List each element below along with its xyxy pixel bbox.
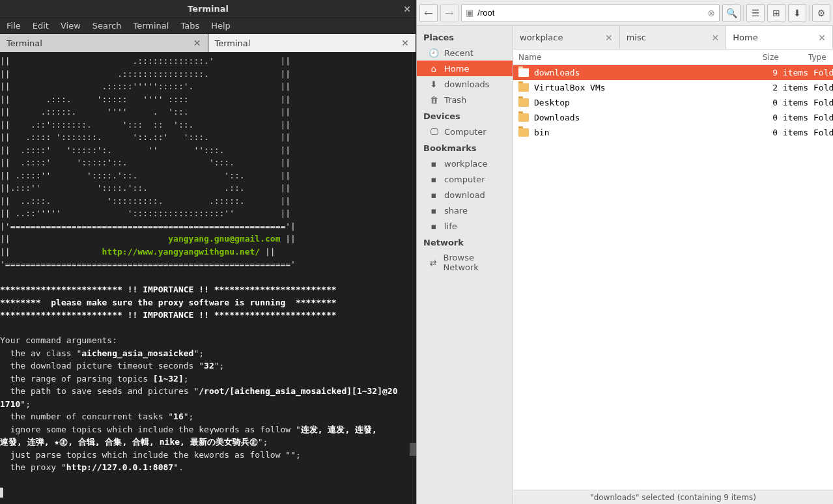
file-name: VirtualBox VMs: [534, 83, 768, 92]
home-icon: ⌂: [429, 63, 439, 74]
fm-tab-home[interactable]: Home ✕: [726, 26, 833, 49]
arg-bold: 1710: [0, 399, 20, 409]
fm-toolbar: 🡐 🡒 ▣ ⊗ 🔍 ☰ ⊞ ⬇ ⚙: [417, 0, 833, 26]
menu-search[interactable]: Search: [92, 21, 122, 31]
file-size: 0 items: [768, 128, 813, 137]
col-type[interactable]: Type: [808, 53, 833, 62]
browse-network-icon: ⇄: [429, 257, 438, 268]
close-icon[interactable]: ✕: [818, 33, 826, 43]
menu-file[interactable]: File: [7, 21, 21, 31]
file-row[interactable]: bin0 itemsFold: [513, 125, 833, 140]
file-type: Fold: [813, 98, 833, 107]
menu-view[interactable]: View: [61, 21, 81, 31]
forward-button[interactable]: 🡒: [440, 4, 459, 22]
file-row[interactable]: VirtualBox VMs2 itemsFold: [513, 80, 833, 95]
fm-sidebar: Places 🕘Recent⌂Home⬇downloads🗑Trash Devi…: [417, 26, 513, 504]
sidebar-item-home[interactable]: ⌂Home: [417, 61, 513, 76]
folder-icon: [518, 98, 529, 107]
folder-icon: [518, 83, 529, 92]
sidebar-item-workplace[interactable]: ▪workplace: [417, 156, 513, 171]
menu-help[interactable]: Help: [211, 21, 231, 31]
sidebar-item-label: Browse Network: [444, 253, 506, 272]
arg-bold: 连发, 連发, 连發,: [301, 425, 382, 434]
terminal-scrollbar[interactable]: [410, 443, 416, 456]
sidebar-item-label: Home: [444, 64, 469, 74]
sidebar-item-share[interactable]: ▪share: [417, 203, 513, 218]
file-type: Fold: [813, 128, 833, 137]
close-icon[interactable]: ✕: [712, 33, 720, 43]
location-input[interactable]: [477, 8, 703, 18]
fm-tab-misc[interactable]: misc ✕: [620, 26, 727, 49]
arg-text: ";: [193, 348, 204, 358]
close-icon[interactable]: ✕: [403, 4, 411, 14]
terminal-tab-label: Terminal: [7, 38, 42, 48]
sidebar-item-label: share: [444, 206, 468, 216]
terminal-content[interactable]: || .:::::::::::::.' || || .:::::::::::::…: [0, 52, 416, 504]
download-icon: ▪: [429, 189, 439, 200]
arg-text: the proxy ": [0, 462, 66, 472]
col-name[interactable]: Name: [513, 53, 763, 62]
file-row[interactable]: Downloads0 itemsFold: [513, 110, 833, 125]
file-name: downloads: [534, 68, 768, 77]
share-icon: ▪: [429, 205, 439, 216]
arg-text: ";: [214, 361, 225, 371]
arg-text: the path to save seeds and pictures ": [0, 386, 199, 396]
workplace-icon: ▪: [429, 158, 439, 169]
col-size[interactable]: Size: [763, 53, 808, 62]
close-icon[interactable]: ✕: [193, 38, 201, 48]
file-row[interactable]: downloads9 itemsFold: [513, 65, 833, 80]
file-type: Fold: [813, 113, 833, 122]
sidebar-item-browse-network[interactable]: ⇄Browse Network: [417, 250, 513, 275]
menu-tabs[interactable]: Tabs: [180, 21, 199, 31]
sidebar-item-label: computer: [444, 175, 485, 184]
file-row[interactable]: Desktop0 itemsFold: [513, 95, 833, 110]
recent-icon: 🕘: [429, 48, 439, 58]
fm-tab-label: workplace: [520, 33, 563, 42]
sidebar-item-computer[interactable]: 🖵Computer: [417, 124, 513, 139]
close-icon[interactable]: ✕: [401, 38, 409, 48]
sidebar-item-downloads[interactable]: ⬇downloads: [417, 76, 513, 92]
file-name: Downloads: [534, 113, 768, 122]
fm-list[interactable]: downloads9 itemsFoldVirtualBox VMs2 item…: [513, 65, 833, 490]
back-button[interactable]: 🡐: [419, 4, 438, 22]
sidebar-item-computer[interactable]: ▪computer: [417, 171, 513, 187]
menu-terminal[interactable]: Terminal: [133, 21, 169, 31]
sidebar-item-label: workplace: [444, 159, 487, 169]
fm-tab-workplace[interactable]: workplace ✕: [513, 26, 620, 49]
arg-text: just parse topics which include the kewo…: [0, 450, 301, 460]
menu-edit[interactable]: Edit: [33, 21, 49, 31]
devices-header: Devices: [417, 107, 513, 124]
settings-button[interactable]: ⚙: [812, 4, 830, 22]
fm-content: workplace ✕ misc ✕ Home ✕ Name Size Type…: [513, 26, 833, 504]
arg-bold: /root/[aicheng_asia_mosaicked][1~32]@20: [199, 386, 397, 396]
trash-icon: 🗑: [429, 94, 439, 105]
terminal-tab-1[interactable]: Terminal ✕: [208, 34, 417, 52]
location-bar[interactable]: ▣ ⊗: [461, 4, 720, 22]
sidebar-item-label: life: [444, 221, 457, 231]
sidebar-item-label: Recent: [444, 48, 473, 58]
arg-text: the range of parsing topics: [0, 374, 153, 384]
arg-bold: 16: [173, 412, 184, 421]
close-icon[interactable]: ✕: [605, 33, 613, 43]
list-view-button[interactable]: ☰: [746, 4, 765, 22]
sidebar-item-recent[interactable]: 🕘Recent: [417, 45, 513, 61]
downloads-icon: ⬇: [429, 79, 439, 89]
grid-view-button[interactable]: ⊞: [767, 4, 785, 22]
search-button[interactable]: 🔍: [722, 4, 741, 22]
importance-top: ************************ !! IMPORTANCE !…: [0, 285, 337, 294]
sidebar-item-trash[interactable]: 🗑Trash: [417, 92, 513, 107]
fm-tab-label: Home: [733, 33, 757, 42]
sidebar-item-download[interactable]: ▪download: [417, 187, 513, 203]
places-header: Places: [417, 29, 513, 45]
arg-text: ;: [184, 374, 189, 384]
file-type: Fold: [813, 83, 833, 92]
file-name: bin: [534, 128, 768, 137]
dropdown-button[interactable]: ⬇: [788, 4, 806, 22]
sidebar-item-label: Trash: [444, 95, 466, 105]
arg-text: ";: [184, 412, 194, 421]
arg-bold: 32: [204, 361, 214, 371]
terminal-url: http://www.yangyangwithgnu.net/: [102, 247, 261, 257]
clear-icon[interactable]: ⊗: [707, 8, 715, 18]
terminal-tab-0[interactable]: Terminal ✕: [0, 34, 208, 52]
sidebar-item-life[interactable]: ▪life: [417, 218, 513, 234]
